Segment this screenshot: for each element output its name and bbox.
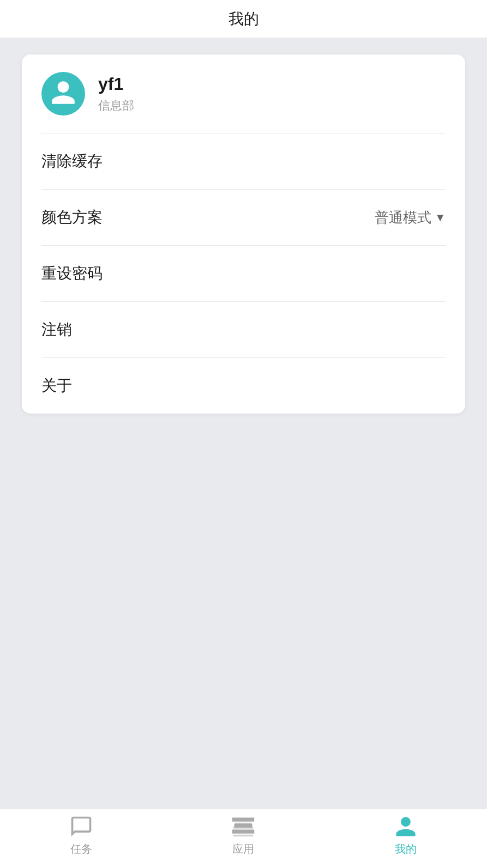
color-scheme-value: 普通模式 [375,208,431,227]
color-scheme-right: 普通模式 ▼ [375,208,446,227]
mine-tab-label: 我的 [395,842,417,857]
logout-label: 注销 [41,319,72,340]
menu-item-about[interactable]: 关于 [22,358,465,414]
profile-info: yf1 信息部 [98,74,134,114]
tab-bar: 任务 应用 我的 [0,808,487,868]
reset-password-label: 重设密码 [41,263,103,284]
profile-section: yf1 信息部 [22,54,465,133]
main-content: yf1 信息部 清除缓存 颜色方案 普通模式 ▼ 重设密码 注销 [0,38,487,808]
chevron-down-icon: ▼ [435,211,446,224]
clear-cache-label: 清除缓存 [41,151,103,172]
apps-tab-label: 应用 [232,842,254,857]
header: 我的 [0,0,487,38]
profile-department: 信息部 [98,98,134,114]
menu-item-reset-password[interactable]: 重设密码 [22,246,465,301]
tab-mine[interactable]: 我的 [373,815,438,857]
tab-apps[interactable]: 应用 [211,815,276,857]
menu-item-color-scheme[interactable]: 颜色方案 普通模式 ▼ [22,190,465,245]
menu-item-clear-cache[interactable]: 清除缓存 [22,133,465,189]
page-title: 我的 [229,9,259,29]
color-scheme-label: 颜色方案 [41,207,103,228]
profile-name: yf1 [98,74,134,94]
tab-tasks[interactable]: 任务 [49,815,114,857]
tasks-icon [69,815,93,839]
avatar [41,72,85,116]
mine-icon [394,815,418,839]
tasks-tab-label: 任务 [70,842,92,857]
user-avatar-icon [49,78,77,109]
about-label: 关于 [41,375,72,396]
settings-card: yf1 信息部 清除缓存 颜色方案 普通模式 ▼ 重设密码 注销 [22,54,465,414]
apps-icon [231,815,255,839]
menu-item-logout[interactable]: 注销 [22,302,465,357]
